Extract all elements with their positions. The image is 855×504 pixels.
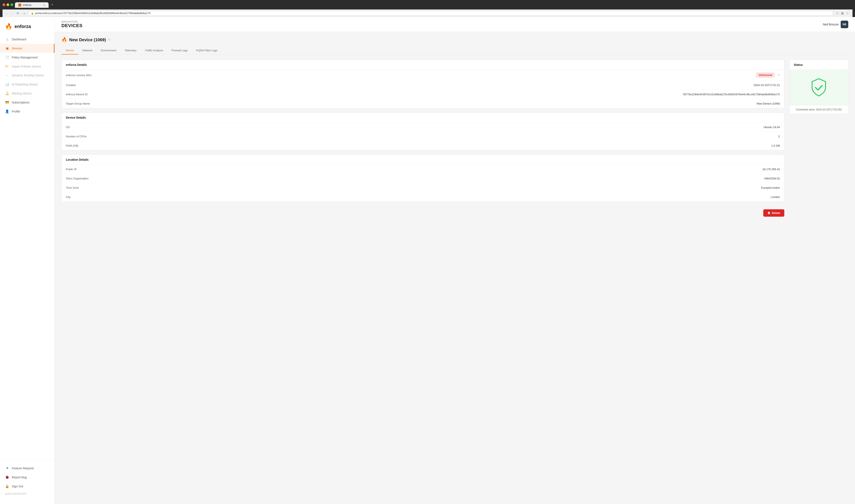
value-created: 2024-10-10T17:01:21 bbox=[753, 84, 780, 87]
label-ram: RAM (GB) bbox=[66, 144, 108, 147]
alert-icon: 🔔 bbox=[5, 91, 9, 95]
value-timezone: Europe/London bbox=[761, 186, 780, 189]
sign-out-icon: 🔒 bbox=[5, 484, 9, 488]
tabs-bar: Device Network Environment Telemetry Tra… bbox=[61, 47, 848, 55]
label-public-ip: Public IP bbox=[66, 168, 108, 171]
active-tab[interactable]: enforza ✕ bbox=[15, 2, 49, 8]
ai-icon: 📊 bbox=[5, 82, 9, 86]
home-button[interactable]: ⌂ bbox=[22, 11, 26, 16]
sidebar-item-label: Alerting (Soon) bbox=[12, 92, 31, 95]
delete-button[interactable]: 🗑 Delete bbox=[763, 209, 784, 217]
nav-label: NAVIGATION bbox=[61, 20, 83, 23]
browser-titlebar: enforza ✕ + bbox=[2, 2, 853, 8]
content-grid: enforza Details enforza License SKU Unli… bbox=[61, 60, 848, 217]
logo-icon: 🔥 bbox=[5, 23, 13, 30]
tab-environment[interactable]: Environment bbox=[96, 47, 120, 54]
sidebar-item-label: Feature Request bbox=[12, 467, 34, 470]
sidebar-item-devices[interactable]: ▣ Devices bbox=[0, 44, 54, 53]
tab-title: enforza bbox=[23, 4, 31, 6]
lock-icon: 🔒 bbox=[31, 12, 34, 15]
header-nav: NAVIGATION DEVICES bbox=[61, 20, 83, 29]
page-title-edit-icon[interactable]: ✎ bbox=[108, 38, 111, 41]
sidebar-item-subscriptions[interactable]: 💳 Subscriptions bbox=[0, 98, 54, 107]
page-title-row: 🔥 New Device (1069) ✎ bbox=[61, 37, 848, 42]
address-bar[interactable]: 🔒 portal.enforza.io/devices/78776e2269e4… bbox=[28, 11, 833, 16]
close-tab-icon[interactable]: ✕ bbox=[43, 4, 45, 6]
tab-telemetry[interactable]: Telemetry bbox=[120, 47, 141, 54]
connected-since-text: Connected since: 2024-10-10T17:03:25Z bbox=[796, 108, 842, 111]
detail-row-target-group: Target Group Name New Device (1069) bbox=[61, 99, 784, 108]
detail-row-ram: RAM (GB) 1.0 GB bbox=[61, 141, 784, 150]
bookmark-button[interactable]: ☆ bbox=[835, 11, 839, 16]
toolbar-actions: ☆ ⊞ ⋮ bbox=[835, 11, 850, 16]
value-device-id: 78776e2269e4430fe5cb19d6ab2fbcb99256f9e4… bbox=[683, 93, 780, 96]
sidebar-item-policy-management[interactable]: 📄 Policy Management bbox=[0, 53, 54, 62]
tab-firewall-logs[interactable]: Firewall Logs bbox=[167, 47, 192, 54]
status-footer: Connected since: 2024-10-10T17:03:25Z bbox=[789, 106, 848, 113]
menu-button[interactable]: ⋮ bbox=[845, 11, 850, 16]
device-details-card: Device Details OS Ubuntu 24.04 Number of… bbox=[61, 112, 784, 150]
report-bug-icon: 🐞 bbox=[5, 475, 9, 479]
app-wrapper: 🔥 enforza ⌂ Dashboard ▣ Devices 📄 Policy… bbox=[0, 17, 855, 504]
extensions-button[interactable]: ⊞ bbox=[840, 11, 844, 16]
tab-device[interactable]: Device bbox=[61, 47, 78, 54]
sidebar-item-label: Policy Management bbox=[12, 56, 38, 59]
detail-row-public-ip: Public IP 18.175.255.42 bbox=[61, 165, 784, 174]
new-tab-button[interactable]: + bbox=[49, 2, 56, 8]
browser-chrome: enforza ✕ + ‹ › ↻ ⌂ 🔒 portal.enforza.io/… bbox=[0, 0, 855, 17]
subscriptions-icon: 💳 bbox=[5, 100, 9, 104]
sidebar-item-label: Ai Reporting (Soon) bbox=[12, 83, 38, 86]
detail-row-city: City London bbox=[61, 193, 784, 201]
forward-button[interactable]: › bbox=[10, 11, 14, 16]
enforza-details-card: enforza Details enforza License SKU Unli… bbox=[61, 60, 784, 108]
detail-row-created: Created 2024-10-10T17:01:21 bbox=[61, 80, 784, 90]
detail-row-telco: Telco Organisation AMAZON-02 bbox=[61, 174, 784, 183]
sidebar-item-feature-request[interactable]: ✦ Feature Request bbox=[0, 464, 54, 473]
detail-row-os: OS Ubuntu 24.04 bbox=[61, 123, 784, 132]
logo: 🔥 enforza bbox=[5, 23, 50, 30]
browser-tab-bar: enforza ✕ + bbox=[15, 2, 56, 8]
maximize-button[interactable] bbox=[11, 3, 13, 6]
location-details-header: Location Details bbox=[61, 155, 784, 165]
value-city: London bbox=[771, 195, 780, 199]
sidebar-item-label: Devices bbox=[12, 47, 22, 50]
sidebar-item-label: Import Policies (Soon) bbox=[12, 65, 41, 68]
tab-fqdn-filter-logs[interactable]: FQDN Filter Logs bbox=[192, 47, 221, 54]
license-edit-icon[interactable]: ✎ bbox=[778, 74, 780, 76]
sidebar-item-alerting: 🔔 Alerting (Soon) bbox=[0, 89, 54, 98]
sidebar-item-profile[interactable]: 👤 Profile bbox=[0, 107, 54, 116]
sidebar-item-label: Dynamic Routing (Soon) bbox=[12, 74, 44, 77]
back-button[interactable]: ‹ bbox=[5, 11, 8, 16]
minimize-button[interactable] bbox=[6, 3, 9, 6]
import-icon: 📂 bbox=[5, 65, 9, 68]
detail-row-timezone: Time Zone Europe/London bbox=[61, 183, 784, 193]
reload-button[interactable]: ↻ bbox=[15, 11, 20, 16]
label-license-sku: enforza License SKU bbox=[66, 74, 108, 77]
page-title: New Device (1069) bbox=[69, 37, 106, 42]
close-button[interactable] bbox=[2, 3, 5, 6]
user-avatar: NB bbox=[841, 21, 848, 28]
value-os: Ubuntu 24.04 bbox=[764, 126, 780, 129]
profile-icon: 👤 bbox=[5, 109, 9, 113]
sidebar-item-sign-out[interactable]: 🔒 Sign Out bbox=[0, 482, 54, 491]
feature-request-icon: ✦ bbox=[5, 466, 9, 470]
app-header: NAVIGATION DEVICES Neil Briscoe NB bbox=[55, 17, 855, 32]
header-title: DEVICES bbox=[61, 23, 83, 29]
content-left: enforza Details enforza License SKU Unli… bbox=[61, 60, 784, 217]
logo-text: enforza bbox=[15, 24, 31, 29]
device-details-title: Device Details bbox=[66, 116, 86, 119]
sidebar-item-dashboard[interactable]: ⌂ Dashboard bbox=[0, 35, 54, 44]
tab-network[interactable]: Network bbox=[78, 47, 97, 54]
enforza-details-title: enforza Details bbox=[66, 63, 87, 67]
browser-toolbar: ‹ › ↻ ⌂ 🔒 portal.enforza.io/devices/7877… bbox=[2, 10, 853, 17]
sidebar-item-dynamic-routing: ↔ Dynamic Routing (Soon) bbox=[0, 71, 54, 80]
dashboard-icon: ⌂ bbox=[5, 37, 9, 41]
traffic-lights bbox=[2, 3, 13, 6]
sidebar-item-report-bug[interactable]: 🐞 Report Bug bbox=[0, 473, 54, 482]
unlicensed-badge: Unlicensed bbox=[756, 73, 774, 77]
location-details-card: Location Details Public IP 18.175.255.42… bbox=[61, 155, 784, 202]
enforza-details-header: enforza Details bbox=[61, 60, 784, 70]
value-cpus: 2 bbox=[779, 135, 780, 138]
value-ram: 1.0 GB bbox=[771, 144, 780, 147]
tab-traffic-analysis[interactable]: Traffic Analysis bbox=[141, 47, 167, 54]
